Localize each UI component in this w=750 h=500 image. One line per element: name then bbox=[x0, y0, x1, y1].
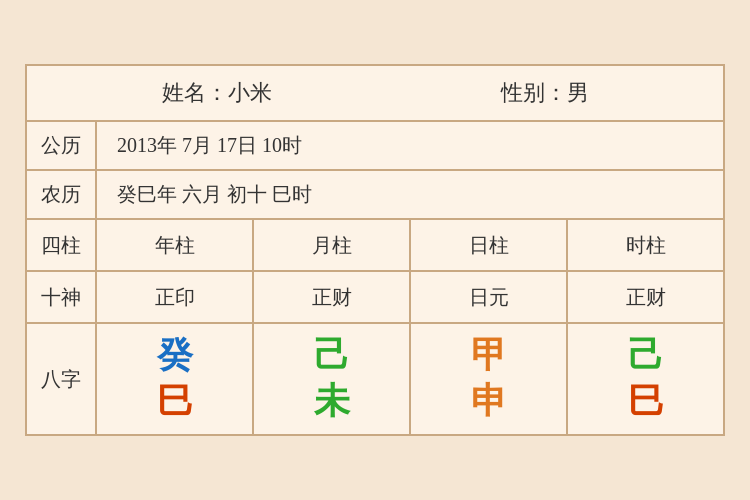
solar-label: 公历 bbox=[27, 122, 97, 169]
header-row: 姓名：小米 性别：男 bbox=[27, 66, 723, 122]
bazi-0-bottom: 巳 bbox=[157, 382, 193, 422]
lunar-label: 农历 bbox=[27, 171, 97, 218]
shishen-label: 十神 bbox=[27, 272, 97, 322]
bazi-3-bottom: 巳 bbox=[628, 382, 664, 422]
sizhu-label: 四柱 bbox=[27, 220, 97, 270]
shishen-col-0: 正印 bbox=[97, 272, 254, 322]
main-container: 姓名：小米 性别：男 公历 2013年 7月 17日 10时 农历 癸巳年 六月… bbox=[25, 64, 725, 436]
bazi-1-bottom: 未 bbox=[314, 382, 350, 422]
bazi-0-top: 癸 bbox=[157, 336, 193, 376]
bazi-col-1: 己 未 bbox=[254, 324, 411, 434]
bazi-2-bottom: 申 bbox=[471, 382, 507, 422]
sizhu-col-1: 月柱 bbox=[254, 220, 411, 270]
gender-label: 性别：男 bbox=[501, 78, 589, 108]
sizhu-col-2: 日柱 bbox=[411, 220, 568, 270]
lunar-value: 癸巳年 六月 初十 巳时 bbox=[97, 171, 723, 218]
bazi-row: 八字 癸 巳 己 未 甲 申 己 巳 bbox=[27, 324, 723, 434]
shishen-col-3: 正财 bbox=[568, 272, 723, 322]
bazi-col-3: 己 巳 bbox=[568, 324, 723, 434]
shishen-col-2: 日元 bbox=[411, 272, 568, 322]
solar-value: 2013年 7月 17日 10时 bbox=[97, 122, 723, 169]
bazi-label: 八字 bbox=[27, 324, 97, 434]
bazi-col-2: 甲 申 bbox=[411, 324, 568, 434]
shishen-col-1: 正财 bbox=[254, 272, 411, 322]
bazi-2-top: 甲 bbox=[471, 336, 507, 376]
bazi-1-top: 己 bbox=[314, 336, 350, 376]
solar-row: 公历 2013年 7月 17日 10时 bbox=[27, 122, 723, 171]
bazi-3-top: 己 bbox=[628, 336, 664, 376]
sizhu-col-3: 时柱 bbox=[568, 220, 723, 270]
sizhu-row: 四柱 年柱 月柱 日柱 时柱 bbox=[27, 220, 723, 272]
lunar-row: 农历 癸巳年 六月 初十 巳时 bbox=[27, 171, 723, 220]
shishen-row: 十神 正印 正财 日元 正财 bbox=[27, 272, 723, 324]
bazi-col-0: 癸 巳 bbox=[97, 324, 254, 434]
sizhu-col-0: 年柱 bbox=[97, 220, 254, 270]
name-label: 姓名：小米 bbox=[162, 78, 272, 108]
